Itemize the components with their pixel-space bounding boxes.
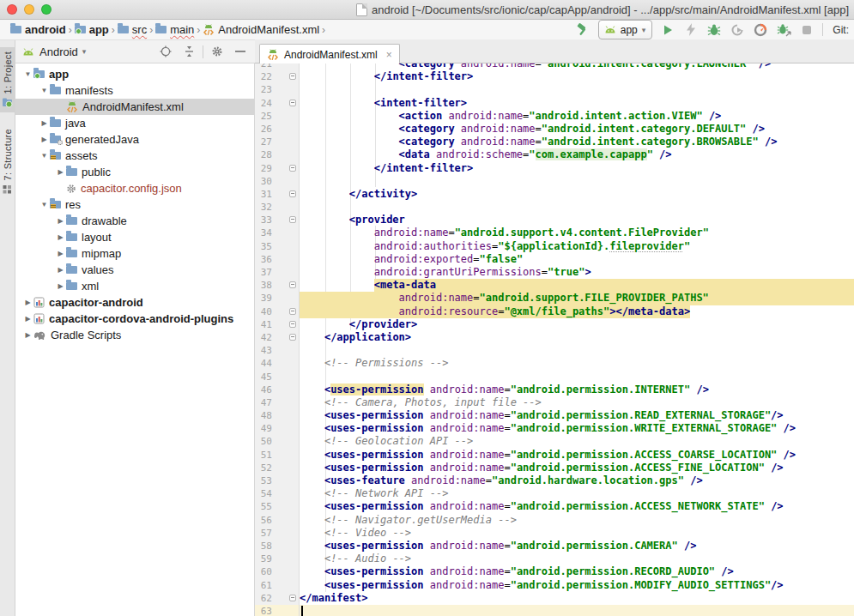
run-button[interactable]	[660, 22, 675, 38]
editor-tab-androidmanifest[interactable]: AndroidManifest.xml ×	[259, 44, 400, 64]
tree-expand-arrow-icon[interactable]: ▶	[55, 168, 66, 176]
code-line-55[interactable]: <uses-permission android:name="android.p…	[300, 500, 854, 513]
code-line-37[interactable]: android:grantUriPermissions="true">	[300, 266, 854, 279]
tree-row-public[interactable]: ▶public	[15, 164, 254, 180]
code-line-58[interactable]: <uses-permission android:name="android.p…	[300, 540, 854, 553]
editor-gutter[interactable]: 2122232425262728293031323334353637383940…	[255, 63, 300, 616]
code-line-40[interactable]: android:resource="@xml/file_paths"></met…	[300, 305, 854, 318]
fold-marker-icon[interactable]	[289, 334, 296, 341]
breadcrumb-item-app[interactable]: app	[75, 23, 109, 36]
code-line-21[interactable]: <category android:name="android.intent.c…	[300, 63, 854, 70]
breadcrumb-item-main[interactable]: main	[155, 23, 194, 36]
code-line-42[interactable]: </application>	[300, 331, 854, 344]
code-line-52[interactable]: <uses-permission android:name="android.p…	[300, 462, 854, 474]
code-line-45[interactable]	[300, 371, 854, 383]
code-line-56[interactable]: <!-- Navigator.getUserMedia -->	[300, 514, 854, 527]
tree-expand-arrow-icon[interactable]: ▼	[22, 70, 33, 78]
stop-button[interactable]	[799, 22, 815, 38]
code-line-35[interactable]: android:authorities="${applicationId}.fi…	[300, 240, 854, 253]
code-line-33[interactable]: <provider	[300, 214, 854, 226]
code-line-59[interactable]: <!-- Audio -->	[300, 553, 854, 565]
tree-row-values[interactable]: ▶values	[15, 262, 254, 278]
tree-row-xml[interactable]: ▶xml	[15, 278, 254, 294]
tree-expand-arrow-icon[interactable]: ▶	[55, 282, 66, 290]
apply-changes-button[interactable]	[683, 22, 699, 38]
locate-file-button[interactable]	[158, 44, 173, 59]
tree-row-java[interactable]: ▶java	[15, 115, 254, 131]
code-line-36[interactable]: android:exported="false"	[300, 253, 854, 266]
tree-row-capacitor.config.json[interactable]: capacitor.config.json	[15, 180, 254, 196]
tree-row-capacitor-cordova-android-plugins[interactable]: ▶ capacitor-cordova-android-plugins	[15, 311, 254, 327]
tree-expand-arrow-icon[interactable]: ▶	[55, 266, 66, 274]
tree-expand-arrow-icon[interactable]: ▶	[22, 299, 33, 306]
tree-expand-arrow-icon[interactable]: ▶	[22, 315, 33, 323]
code-line-39[interactable]: android:name="android.support.FILE_PROVI…	[300, 292, 854, 305]
breadcrumb-item-src[interactable]: src	[118, 23, 147, 36]
tree-row-assets[interactable]: ▼assets	[15, 148, 254, 164]
tree-expand-arrow-icon[interactable]: ▼	[39, 152, 50, 160]
fold-marker-icon[interactable]	[289, 308, 296, 315]
minimize-window-button[interactable]	[24, 4, 34, 15]
tree-expand-arrow-icon[interactable]: ▶	[55, 217, 66, 225]
fold-marker-icon[interactable]	[289, 100, 296, 106]
debug-button[interactable]	[706, 22, 722, 38]
code-editor[interactable]: 2122232425262728293031323334353637383940…	[255, 63, 854, 616]
collapse-all-button[interactable]	[181, 44, 197, 59]
attach-debugger-button[interactable]	[776, 22, 791, 38]
code-line-43[interactable]	[300, 344, 854, 357]
tree-expand-arrow-icon[interactable]: ▼	[39, 87, 50, 94]
fold-marker-icon[interactable]	[289, 73, 296, 80]
tree-row-layout[interactable]: ▶layout	[15, 229, 254, 245]
code-line-60[interactable]: <uses-permission android:name="android.p…	[300, 565, 854, 578]
tree-row-manifests[interactable]: ▼manifests	[15, 82, 254, 99]
fold-marker-icon[interactable]	[289, 190, 296, 197]
code-line-26[interactable]: <category android:name="android.intent.c…	[300, 123, 854, 136]
tree-expand-arrow-icon[interactable]: ▶	[39, 119, 50, 127]
build-hammer-button[interactable]	[575, 22, 591, 38]
editor-code-area[interactable]: <category android:name="android.intent.c…	[300, 63, 854, 616]
code-line-48[interactable]: <uses-permission android:name="android.p…	[300, 409, 854, 422]
code-line-49[interactable]: <uses-permission android:name="android.p…	[300, 422, 854, 435]
tree-row-AndroidManifest.xml[interactable]: AndroidManifest.xml	[15, 99, 254, 115]
tree-row-generatedJava[interactable]: ▶generatedJava	[15, 131, 254, 148]
fold-marker-icon[interactable]	[289, 321, 296, 328]
code-line-23[interactable]	[300, 83, 854, 96]
code-line-63[interactable]	[300, 605, 854, 616]
code-line-41[interactable]: </provider>	[300, 318, 854, 331]
code-line-62[interactable]: </manifest>	[300, 592, 854, 605]
tree-row-drawable[interactable]: ▶drawable	[15, 213, 254, 229]
tree-expand-arrow-icon[interactable]: ▶	[55, 233, 66, 241]
breadcrumb-item-AndroidManifest.xml[interactable]: AndroidManifest.xml	[203, 23, 319, 36]
code-line-46[interactable]: <uses-permission android:name="android.p…	[300, 383, 854, 396]
project-view-selector[interactable]: Android	[39, 45, 78, 58]
fold-marker-icon[interactable]	[289, 595, 296, 601]
tool-strip-tab-structure[interactable]: 7: Structure	[0, 124, 15, 197]
code-line-57[interactable]: <!-- Video -->	[300, 527, 854, 540]
tree-expand-arrow-icon[interactable]: ▼	[39, 201, 50, 208]
tree-row-res[interactable]: ▼res	[15, 196, 254, 213]
fold-marker-icon[interactable]	[289, 281, 296, 288]
code-line-25[interactable]: <action android:name="android.intent.act…	[300, 110, 854, 123]
profile-button[interactable]	[730, 22, 745, 38]
panel-settings-button[interactable]	[209, 44, 225, 59]
tree-row-Gradle Scripts[interactable]: ▶ Gradle Scripts	[15, 327, 254, 343]
hide-panel-button[interactable]	[233, 44, 248, 59]
code-line-30[interactable]	[300, 175, 854, 188]
maximize-window-button[interactable]	[41, 4, 51, 15]
run-configuration-select[interactable]: app ▾	[598, 20, 653, 39]
breadcrumb-item-android[interactable]: android	[10, 23, 66, 36]
tree-row-capacitor-android[interactable]: ▶ capacitor-android	[15, 294, 254, 311]
code-line-54[interactable]: <!-- Network API -->	[300, 487, 854, 500]
code-line-53[interactable]: <uses-feature android:name="android.hard…	[300, 474, 854, 487]
code-line-24[interactable]: <intent-filter>	[300, 97, 854, 110]
code-line-47[interactable]: <!-- Camera, Photos, input file -->	[300, 396, 854, 409]
close-tab-icon[interactable]: ×	[386, 49, 392, 61]
tree-expand-arrow-icon[interactable]: ▶	[22, 331, 33, 339]
code-line-29[interactable]: </intent-filter>	[300, 162, 854, 175]
code-line-61[interactable]: <uses-permission android:name="android.p…	[300, 579, 854, 592]
fold-marker-icon[interactable]	[289, 165, 296, 172]
close-window-button[interactable]	[7, 4, 17, 15]
code-line-44[interactable]: <!-- Permissions -->	[300, 357, 854, 370]
code-line-28[interactable]: <data android:scheme="com.example.capapp…	[300, 148, 854, 161]
code-line-38[interactable]: <meta-data	[300, 279, 854, 292]
